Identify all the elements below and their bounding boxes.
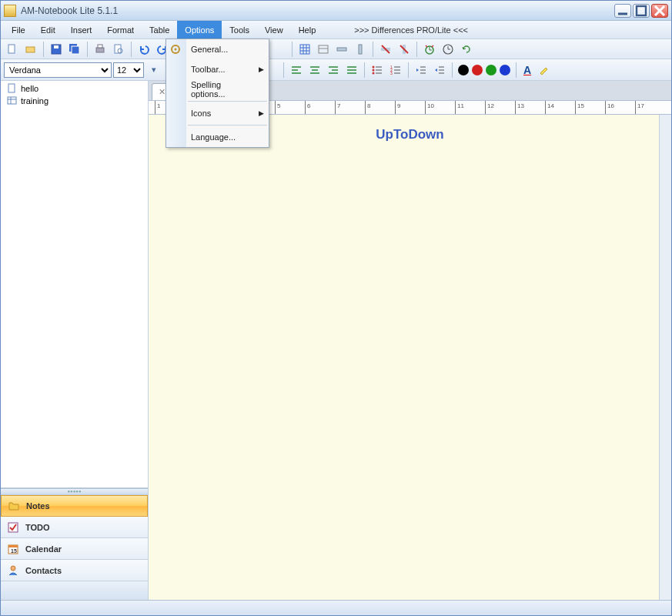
toolbar-separator [43,42,44,57]
gear-icon [169,43,182,55]
align-center-icon[interactable] [306,62,323,79]
heading-dropdown-icon[interactable]: ▾ [145,62,162,79]
font-select[interactable]: Verdana [4,62,112,78]
person-icon [7,564,19,577]
menu-file[interactable]: File [4,21,33,38]
toolbar-format: Verdana 12 ▾ 123 A [1,59,671,81]
svg-line-30 [426,45,427,47]
doc-tab-close-icon[interactable]: ✕ [159,87,165,97]
dropdown-item-icons[interactable]: Icons▶ [166,103,269,123]
numbering-icon[interactable]: 123 [387,62,404,79]
indent-icon[interactable] [431,62,448,79]
minimize-button[interactable] [614,4,631,18]
folder-icon [8,500,20,512]
save-all-icon[interactable] [66,41,83,58]
nav-handle[interactable]: ●●●●● [1,489,148,495]
menu-options[interactable]: Options [177,21,222,38]
ruler-tick: 5 [275,101,305,114]
font-color-icon[interactable]: A [520,64,534,76]
menu-tools[interactable]: Tools [222,21,257,38]
undo-icon[interactable] [135,41,152,58]
dropdown-item-language[interactable]: Language... [166,127,269,147]
clock-icon[interactable] [440,41,456,58]
highlight-icon[interactable] [536,62,553,79]
menu-table[interactable]: Table [142,21,177,38]
svg-text:15: 15 [11,548,17,554]
svg-line-31 [432,45,433,47]
tree-item-label: training [21,96,48,105]
align-justify-icon[interactable] [343,62,360,79]
svg-text:3: 3 [390,71,393,75]
color-swatch[interactable] [500,65,510,75]
ruler-tick: 17 [635,101,665,114]
svg-point-49 [373,69,375,71]
save-icon[interactable] [48,41,65,58]
ruler-tick: 9 [395,101,425,114]
menu-help[interactable]: Help [291,21,324,38]
toolbar-separator [364,62,365,78]
options-dropdown: General...Toolbar...▶Spelling options...… [165,38,269,148]
svg-point-73 [11,566,15,571]
calendar-icon: 15 [7,543,19,555]
toolbar-separator [516,62,517,78]
dropdown-item-general[interactable]: General... [166,39,269,59]
svg-rect-22 [359,45,362,54]
toolbar-separator [408,62,409,78]
svg-rect-19 [319,45,328,53]
nav-item-label: Contacts [25,566,62,575]
align-right-icon[interactable] [325,62,342,79]
toolbar-separator [131,42,132,57]
table-props-icon[interactable] [315,41,332,58]
new-folder-icon[interactable] [22,41,39,58]
menubar: FileEditInsertFormatTableOptionsToolsVie… [1,21,671,39]
toolbar-separator [87,42,88,57]
app-icon [4,5,16,17]
tree-item-training[interactable]: training [2,95,146,107]
nav-item-contacts[interactable]: Contacts [1,560,148,581]
alarm-icon[interactable] [421,41,438,58]
menu-format[interactable]: Format [99,21,142,38]
font-size-select[interactable]: 12 [113,62,144,78]
app-window: AM-Notebook Lite 5.1.1 FileEditInsertFor… [0,0,672,616]
col-delete-icon[interactable] [396,41,413,58]
row-delete-icon[interactable] [377,41,394,58]
tree-item-hello[interactable]: hello [2,82,146,95]
statusbar [1,600,671,615]
color-swatch[interactable] [486,65,496,75]
nav-item-calendar[interactable]: 15Calendar [1,538,148,560]
outdent-icon[interactable] [413,62,430,79]
row-insert-icon[interactable] [333,41,350,58]
dropdown-item-spelling-options[interactable]: Spelling options... [166,79,269,99]
menu-edit[interactable]: Edit [33,21,63,38]
print-icon[interactable] [92,41,109,58]
ruler-tick: 7 [335,101,365,114]
document-body[interactable]: UpToDown [149,115,671,600]
new-icon[interactable] [4,41,21,58]
preview-icon[interactable] [110,41,127,58]
maximize-button[interactable] [633,4,650,18]
table-insert-icon[interactable] [296,41,313,58]
refresh-icon[interactable] [458,41,475,58]
dropdown-item-toolbar[interactable]: Toolbar...▶ [166,59,269,79]
color-swatch[interactable] [472,65,483,75]
main-area: hellotraining ●●●●● NotesTODO15CalendarC… [1,81,671,600]
bullets-icon[interactable] [369,62,386,79]
svg-rect-4 [8,45,15,53]
close-button[interactable] [651,4,668,18]
col-insert-icon[interactable] [352,41,369,58]
scrollbar-vertical[interactable] [659,115,671,600]
color-swatch[interactable] [458,65,469,75]
svg-rect-21 [337,48,346,51]
nav-item-todo[interactable]: TODO [1,517,148,538]
tree-panel: hellotraining [1,81,148,488]
menu-view[interactable]: View [257,21,291,38]
align-left-icon[interactable] [288,62,305,79]
editor: ✕ 1234567891011121314151617 UpToDown [149,81,671,600]
menu-insert[interactable]: Insert [63,21,100,38]
dropdown-item-label: Icons [191,109,211,118]
nav-item-notes[interactable]: Notes [1,495,148,517]
dropdown-separator [188,101,267,102]
toolbar-separator [373,42,373,57]
ruler-tick: 15 [575,101,605,114]
differences-link[interactable]: >>> Differences PRO/Lite <<< [354,21,468,38]
